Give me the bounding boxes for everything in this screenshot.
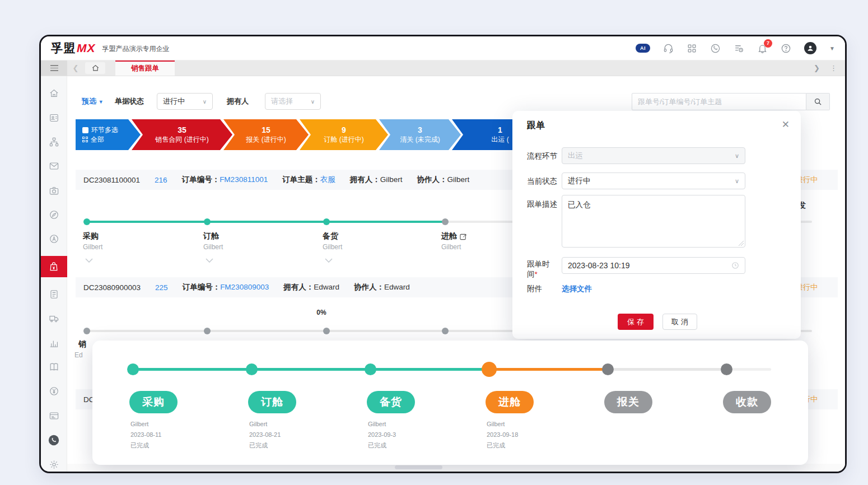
- stage-flow-booking[interactable]: 9订舱 (进行中): [300, 119, 388, 150]
- order-subject-link[interactable]: 衣服: [320, 175, 335, 184]
- choose-file-link[interactable]: 选择文件: [562, 284, 592, 294]
- preset-caret-icon: ▼: [99, 99, 104, 105]
- sidebar-item-reports[interactable]: [46, 335, 61, 350]
- search-input[interactable]: [638, 97, 800, 106]
- owner-select[interactable]: 请选择∨: [265, 93, 321, 110]
- popup-stage-details: Gilbert2023-09-18已完成: [487, 419, 518, 451]
- order-count-link[interactable]: 216: [155, 176, 167, 184]
- sidebar-item-mail[interactable]: [46, 159, 61, 174]
- timeline-person: Gilbert: [203, 243, 223, 251]
- sidebar-item-compass[interactable]: [46, 208, 61, 222]
- follow-up-modal: 跟单 ✕ 流程环节 出运∨ 当前状态 进行中∨ 跟单描述 已入仓 跟单时间* 2…: [512, 111, 801, 339]
- description-textarea[interactable]: 已入仓: [562, 195, 745, 248]
- stage-flow-customs[interactable]: 15报关 (进行中): [223, 119, 309, 150]
- sidebar-item-logistics[interactable]: [46, 311, 61, 326]
- current-status-label: 当前状态: [527, 176, 557, 186]
- description-label: 跟单描述: [527, 199, 557, 209]
- logo-cn: 孚盟: [51, 40, 76, 56]
- popup-stage-pill[interactable]: 进舱: [486, 391, 534, 413]
- tab-sales-follow-up[interactable]: 销售跟单: [115, 60, 175, 76]
- search-button[interactable]: [806, 93, 830, 110]
- timeline-dot-pending: [204, 328, 211, 334]
- back-button[interactable]: ❮: [67, 60, 84, 76]
- sidebar-item-orders-active[interactable]: [41, 256, 67, 277]
- sidebar-toggle-button[interactable]: [41, 60, 67, 76]
- expand-chevron-icon[interactable]: [325, 258, 333, 263]
- title-bar: 孚盟 MX 孚盟产品演示专用企业 AI 7: [41, 36, 845, 60]
- order-subject-label: 订单主题：: [282, 175, 320, 184]
- doc-status-select[interactable]: 进行中∨: [157, 93, 213, 110]
- popup-stage-pill[interactable]: 订舱: [248, 391, 296, 413]
- home-tab-button[interactable]: [85, 62, 105, 74]
- tab-strip: ❮ 销售跟单 ❯ ⋮: [41, 60, 845, 76]
- expand-chevron-icon[interactable]: [206, 258, 213, 263]
- popup-stage-details: Gilbert2023-08-21已完成: [249, 419, 281, 451]
- popup-dot-done: [365, 363, 376, 375]
- stage-flow-clearance[interactable]: 3清关 (未完成): [379, 119, 461, 150]
- resize-handle[interactable]: [739, 241, 744, 246]
- tabs-scroll-right-icon[interactable]: ❯: [814, 64, 820, 72]
- order-owner-value: Gilbert: [380, 175, 403, 184]
- clipped-stage-label: 销: [78, 339, 92, 349]
- popup-stage-pill[interactable]: 采购: [129, 391, 178, 413]
- stage-flow-sales-contract[interactable]: 35销售合同 (进行中): [132, 119, 232, 150]
- sidebar-item-camera[interactable]: [46, 183, 61, 198]
- sidebar-item-marketing-a[interactable]: [46, 232, 61, 246]
- order-count-link[interactable]: 225: [155, 283, 168, 292]
- expand-chevron-icon[interactable]: [85, 258, 93, 263]
- chevron-down-icon: ∨: [735, 178, 739, 185]
- avatar-chevron-down-icon[interactable]: ▼: [829, 45, 835, 52]
- apps-grid-icon[interactable]: [687, 43, 697, 54]
- chevron-down-icon: ∨: [203, 99, 207, 105]
- timeline-dot-pending: [442, 328, 449, 334]
- order-collab-label: 协作人：: [354, 283, 384, 291]
- clipped-person-label: Ed: [74, 351, 88, 359]
- stage-select-disabled[interactable]: 出运∨: [562, 147, 745, 164]
- order-no-link[interactable]: FM230809003: [220, 283, 269, 291]
- time-input[interactable]: 2023-08-23 10:19: [562, 257, 745, 274]
- sidebar-item-contacts[interactable]: [46, 110, 61, 125]
- stage-field-label: 流程环节: [527, 151, 557, 161]
- sidebar-item-finance[interactable]: [46, 384, 61, 399]
- sidebar-item-whatsapp-chat[interactable]: [46, 433, 61, 447]
- timeline-person: Gilbert: [323, 243, 342, 251]
- clock-icon: [731, 262, 739, 269]
- sidebar-item-settings[interactable]: [46, 457, 61, 472]
- modal-close-icon[interactable]: ✕: [782, 119, 790, 130]
- app-window: 孚盟 MX 孚盟产品演示专用企业 AI 7: [39, 35, 847, 473]
- popup-stage-pill[interactable]: 报关: [604, 391, 652, 413]
- order-collab-value: Edward: [384, 283, 410, 291]
- popup-dot-done: [127, 363, 139, 375]
- edit-icon[interactable]: [460, 233, 467, 240]
- timeline-stage-label: 采购: [83, 231, 99, 241]
- user-avatar[interactable]: [804, 42, 816, 54]
- multi-select-checkbox[interactable]: [82, 127, 88, 133]
- popup-dot-pending: [602, 363, 614, 375]
- sidebar-item-cards[interactable]: [46, 408, 61, 423]
- popup-stage-pill[interactable]: 收款: [723, 391, 771, 413]
- tabs-more-icon[interactable]: ⋮: [830, 64, 837, 72]
- order-no-link[interactable]: FM230811001: [220, 175, 268, 184]
- order-collab-label: 协作人：: [417, 175, 447, 184]
- help-icon[interactable]: [781, 43, 791, 54]
- sidebar-item-documents[interactable]: [46, 287, 61, 302]
- timeline-dot-pending: [83, 328, 90, 334]
- phone-icon[interactable]: [710, 43, 721, 54]
- notifications-bell-icon[interactable]: 7: [757, 43, 768, 54]
- cancel-button[interactable]: 取消: [662, 314, 697, 330]
- sidebar-item-org-structure[interactable]: [46, 135, 61, 150]
- stage-flow-all[interactable]: 环节多选 全部: [76, 119, 141, 150]
- preset-filter-button[interactable]: 预选 ▼: [82, 93, 104, 110]
- sidebar-nav: [41, 76, 67, 472]
- save-button[interactable]: 保存: [618, 314, 654, 330]
- sidebar-item-ledger[interactable]: [46, 360, 61, 375]
- current-status-select[interactable]: 进行中∨: [562, 172, 745, 189]
- popup-stage-details: Gilbert2023-09-3已完成: [368, 419, 396, 451]
- task-list-icon[interactable]: [734, 43, 744, 54]
- headset-icon[interactable]: [663, 43, 674, 54]
- ai-assistant-badge[interactable]: AI: [636, 44, 650, 53]
- horizontal-scrollbar-thumb[interactable]: [395, 465, 442, 469]
- order-doc-no: DC23080900003: [83, 283, 141, 292]
- sidebar-item-home[interactable]: [46, 86, 61, 101]
- popup-stage-pill[interactable]: 备货: [367, 391, 415, 413]
